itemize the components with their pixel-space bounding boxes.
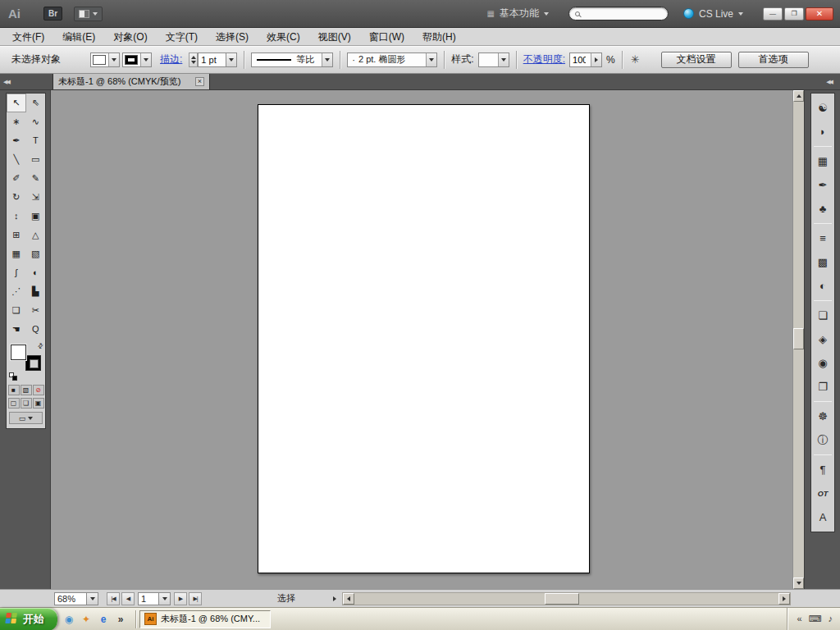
eyedropper-tool[interactable]: ʃ: [7, 263, 26, 282]
tab-close-icon[interactable]: ×: [195, 77, 204, 86]
scale-tool[interactable]: ⇲: [26, 188, 46, 207]
screen-mode-button[interactable]: ▭: [9, 412, 43, 424]
internet-explorer-icon[interactable]: e: [96, 612, 111, 627]
artboard-dropdown-arrow[interactable]: [159, 592, 171, 605]
opacity-panel-link[interactable]: 不透明度:: [523, 52, 565, 66]
default-fill-stroke-icon[interactable]: [9, 372, 19, 382]
last-artboard-button[interactable]: ▶|: [189, 592, 202, 605]
character-button[interactable]: A: [811, 505, 834, 529]
slice-tool[interactable]: ✂: [26, 301, 46, 320]
blend-tool[interactable]: ◐: [26, 263, 46, 282]
swatches-button[interactable]: ▦: [811, 149, 834, 173]
draw-inside-button[interactable]: ▣: [33, 398, 44, 409]
draw-behind-button[interactable]: ❏: [21, 398, 32, 409]
menu-item[interactable]: 窗口(W): [360, 28, 413, 46]
first-artboard-button[interactable]: |◀: [107, 592, 120, 605]
color-guide-button[interactable]: ◗: [811, 120, 834, 144]
gradient-tool[interactable]: ▧: [26, 244, 46, 263]
stroke-width-dropdown[interactable]: [226, 52, 237, 67]
messenger-icon[interactable]: ✦: [79, 612, 94, 627]
rectangle-tool[interactable]: ▭: [26, 150, 46, 169]
artboard[interactable]: [258, 104, 590, 573]
scroll-down-button[interactable]: [793, 578, 804, 589]
scroll-left-button[interactable]: [343, 593, 354, 605]
opacity-combo[interactable]: [569, 52, 602, 67]
close-button[interactable]: ✕: [806, 7, 833, 21]
navigator-button[interactable]: ☸: [811, 404, 834, 428]
workspace-switcher-button[interactable]: ▦ 基本功能: [481, 4, 555, 23]
none-button[interactable]: ⊘: [33, 385, 44, 395]
artboard-tool[interactable]: ❏: [7, 301, 26, 320]
document-setup-button[interactable]: 文档设置: [661, 52, 732, 68]
pencil-tool[interactable]: ✎: [26, 169, 46, 188]
menu-item[interactable]: 编辑(E): [53, 28, 104, 46]
free-transform-tool[interactable]: ▣: [26, 207, 46, 226]
vertical-scroll-thumb[interactable]: [793, 328, 804, 349]
horizontal-scroll-track[interactable]: [354, 593, 778, 605]
transparency-button[interactable]: ◐: [811, 274, 834, 298]
appearance-button[interactable]: ❏: [811, 304, 834, 327]
graphic-styles-button[interactable]: ◉: [811, 351, 834, 375]
search-input[interactable]: [584, 9, 658, 19]
opacity-input[interactable]: [570, 55, 588, 65]
stroke-width-stepper[interactable]: [189, 52, 198, 67]
width-profile-dropdown[interactable]: 等比: [251, 52, 333, 67]
color-button[interactable]: ■: [8, 385, 20, 395]
horizontal-scroll-thumb[interactable]: [545, 593, 579, 605]
launch-bridge-button[interactable]: Br: [43, 7, 62, 21]
line-segment-tool[interactable]: ╲: [7, 150, 26, 169]
symbols-button[interactable]: ♣: [811, 197, 834, 221]
zoom-dropdown-arrow[interactable]: [87, 592, 98, 605]
horizontal-scrollbar[interactable]: [342, 592, 791, 605]
stroke-panel-link[interactable]: 描边:: [160, 52, 182, 66]
status-menu-arrow-icon[interactable]: [333, 596, 336, 601]
opentype-button[interactable]: OT: [811, 482, 834, 505]
shape-builder-tool[interactable]: ⊞: [7, 226, 26, 244]
zoom-tool[interactable]: Q: [26, 320, 46, 339]
preferences-button[interactable]: 首选项: [738, 52, 809, 68]
taskbar-window-button[interactable]: Ai 未标题-1 @ 68% (CMY...: [139, 610, 271, 628]
type-tool[interactable]: T: [26, 131, 46, 150]
width-tool[interactable]: ↕: [7, 207, 26, 226]
menu-item[interactable]: 效果(C): [258, 28, 309, 46]
magic-wand-tool[interactable]: ∗: [7, 112, 26, 131]
draw-normal-button[interactable]: ▢: [8, 398, 20, 409]
start-button[interactable]: 开始: [0, 608, 57, 630]
previous-artboard-button[interactable]: ◀: [121, 592, 135, 605]
status-display[interactable]: 选择: [277, 592, 336, 605]
search-box[interactable]: [568, 7, 669, 21]
paintbrush-tool[interactable]: ✐: [7, 169, 26, 188]
toolbar-collapse-button[interactable]: ◀◀: [3, 79, 9, 84]
dock-collapse-button[interactable]: ◀◀: [826, 79, 832, 84]
artboards-button[interactable]: ❐: [811, 375, 834, 399]
direct-selection-tool[interactable]: ⇖: [26, 94, 46, 112]
info-button[interactable]: ⓘ: [811, 428, 834, 452]
stroke-width-input[interactable]: [198, 52, 226, 67]
recolor-artwork-icon[interactable]: ✳: [631, 53, 640, 66]
mesh-tool[interactable]: ▦: [7, 244, 26, 263]
lasso-tool[interactable]: ∿: [26, 112, 46, 131]
stroke-indicator[interactable]: [25, 355, 41, 371]
scroll-right-button[interactable]: [778, 593, 790, 605]
menu-item[interactable]: 视图(V): [309, 28, 360, 46]
vertical-scrollbar[interactable]: [792, 90, 804, 589]
gradient-button[interactable]: ▧: [21, 385, 32, 395]
restore-button[interactable]: ❐: [784, 7, 804, 21]
swap-fill-stroke-icon[interactable]: ⇄: [36, 341, 45, 350]
next-artboard-button[interactable]: ▶: [174, 592, 187, 605]
menu-item[interactable]: 对象(O): [104, 28, 156, 46]
paragraph-button[interactable]: ¶: [811, 458, 834, 482]
column-graph-tool[interactable]: ▙: [26, 282, 46, 301]
layers-button[interactable]: ◈: [811, 327, 834, 351]
color-panel-button[interactable]: ☯: [811, 96, 834, 120]
artboard-number-combo[interactable]: 1: [138, 592, 171, 605]
zoom-level-combo[interactable]: 68%: [54, 592, 98, 605]
minimize-button[interactable]: —: [763, 7, 783, 21]
fill-color-dropdown[interactable]: [90, 52, 120, 67]
stroke-color-dropdown[interactable]: [122, 52, 152, 67]
perspective-grid-tool[interactable]: △: [26, 226, 46, 244]
scroll-up-button[interactable]: [793, 90, 804, 102]
pen-tool[interactable]: ✒: [7, 131, 26, 150]
document-tab[interactable]: 未标题-1 @ 68% (CMYK/预览) ×: [52, 74, 210, 89]
menu-item[interactable]: 文字(T): [157, 28, 207, 46]
